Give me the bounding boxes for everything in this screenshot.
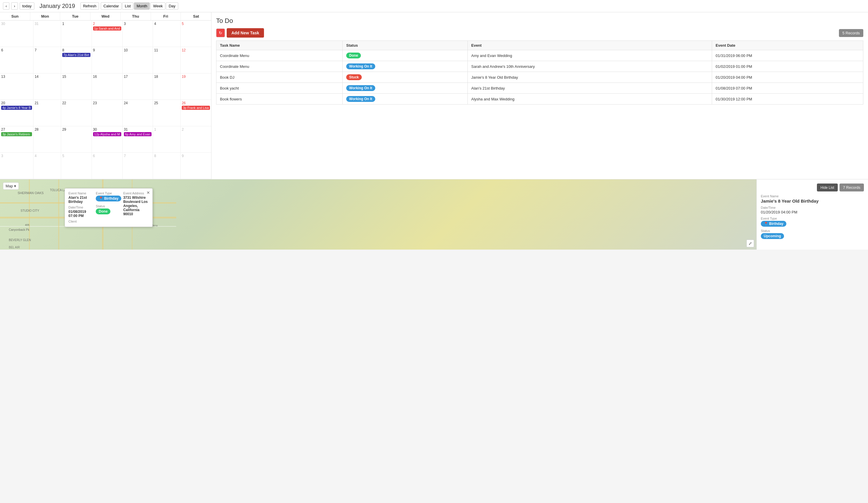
calendar-cell[interactable]: 23 — [92, 100, 123, 126]
calendar-cell[interactable]: 6 — [0, 47, 33, 73]
hide-list-button[interactable]: Hide List — [817, 184, 838, 192]
calendar-event[interactable]: 3p Jason's Retirem — [1, 132, 32, 136]
status-badge: Done — [346, 53, 361, 59]
view-selector: Calendar List Month Week Day — [101, 2, 178, 10]
svg-text:BEL AIR: BEL AIR — [9, 246, 20, 249]
table-row[interactable]: Coordinate MenuDoneAmy and Evan Wedding0… — [216, 50, 863, 61]
map-container: Map ▾ SHERMAN OAKS TOLUCA LAKE Hollywood… — [0, 179, 756, 249]
calendar-view-button[interactable]: Calendar — [101, 2, 122, 10]
calendar-cell[interactable]: 3 — [123, 21, 153, 47]
calendar-cell[interactable]: 1 — [153, 126, 180, 153]
week-view-button[interactable]: Week — [150, 2, 165, 10]
calendar-cell[interactable]: 30 — [0, 21, 33, 47]
calendar-cell[interactable]: 7 — [123, 153, 153, 179]
calendar-cell[interactable]: 16 — [92, 73, 123, 100]
calendar-cell[interactable]: 14 — [33, 73, 61, 100]
calendar-cell[interactable]: 7 — [33, 47, 61, 73]
calendar-day-number: 28 — [35, 127, 60, 132]
calendar-cell[interactable]: 11 — [153, 47, 180, 73]
calendar-day-number: 12 — [182, 48, 210, 52]
calendar-cell[interactable]: 31 — [33, 21, 61, 47]
calendar-cell[interactable]: 2 — [180, 126, 211, 153]
calendar-event[interactable]: 6p Amy and Evan — [124, 132, 152, 136]
map-expand-button[interactable]: ⤢ — [746, 239, 754, 247]
calendar-day-number: 13 — [1, 74, 32, 79]
calendar-cell[interactable]: 13 — [0, 73, 33, 100]
prev-button[interactable]: ‹ — [3, 2, 9, 10]
calendar-cell[interactable]: 22 — [61, 100, 92, 126]
calendar-event[interactable]: 12p Alysha and M — [93, 132, 121, 136]
todo-event-date: 01/20/2019 04:00 PM — [712, 72, 863, 83]
calendar-cell[interactable]: 24 — [123, 100, 153, 126]
todo-column-header: Task Name — [216, 41, 343, 50]
calendar-cell[interactable]: 25 — [153, 100, 180, 126]
calendar-event[interactable]: 4p Jamie's 8 Year B — [1, 106, 32, 110]
table-row[interactable]: Book DJStuckJamie's 8 Year Old Birthday0… — [216, 72, 863, 83]
day-view-button[interactable]: Day — [166, 2, 178, 10]
calendar-event[interactable]: 1p Sarah and And — [93, 27, 121, 31]
next-button[interactable]: › — [11, 2, 18, 10]
refresh-button[interactable]: Refresh — [81, 2, 99, 10]
calendar-cell[interactable]: 263p Frank and Lisa — [180, 100, 211, 126]
list-view-button[interactable]: List — [122, 2, 133, 10]
detail-event-type-label: Event Type — [761, 217, 864, 220]
calendar-cell[interactable]: 3012p Alysha and M — [92, 126, 123, 153]
today-button[interactable]: today — [20, 2, 34, 10]
todo-refresh-button[interactable]: ↻ — [216, 29, 225, 37]
calendar-cell[interactable]: 9 — [92, 47, 123, 73]
calendar-day-number: 3 — [124, 22, 152, 26]
todo-status: Stuck — [343, 72, 468, 83]
svg-text:405: 405 — [25, 224, 29, 226]
calendar-cell[interactable]: 8 — [153, 153, 180, 179]
detail-event-name: Jamie's 8 Year Old Birthday — [761, 198, 864, 204]
month-view-button[interactable]: Month — [134, 2, 150, 10]
calendar-cell[interactable]: 21p Sarah and And — [92, 21, 123, 47]
calendar-cell[interactable]: 3 — [0, 153, 33, 179]
svg-text:STUDIO CITY: STUDIO CITY — [21, 209, 39, 212]
calendar-cell[interactable]: 4 — [33, 153, 61, 179]
add-task-button[interactable]: Add New Task — [227, 28, 264, 38]
map-popup: ✕ Event Name Alan's 21st Birthday Date/T… — [65, 188, 153, 227]
calendar-header-day: Sun — [0, 12, 30, 20]
calendar-event[interactable]: 7p Alan's 21st Birt — [62, 53, 91, 57]
detail-event-type-badge: 📍 Birthday — [761, 221, 786, 227]
calendar-cell[interactable]: 273p Jason's Retirem — [0, 126, 33, 153]
calendar-cell[interactable]: 28 — [33, 126, 61, 153]
map-selector[interactable]: Map ▾ — [3, 182, 19, 190]
calendar-cell[interactable]: 21 — [33, 100, 61, 126]
popup-type-badge: 📍 Birthday — [96, 196, 121, 202]
table-row[interactable]: Book flowersWorking On ItAlysha and Max … — [216, 94, 863, 104]
calendar-cell[interactable]: 1 — [61, 21, 92, 47]
table-row[interactable]: Book yachtWorking On ItAlan's 21st Birth… — [216, 83, 863, 94]
calendar-cell[interactable]: 29 — [61, 126, 92, 153]
calendar-header-day: Thu — [121, 12, 151, 20]
calendar-header-day: Sat — [181, 12, 211, 20]
table-row[interactable]: Coordinate MenuWorking On ItSarah and An… — [216, 61, 863, 72]
calendar-day-number: 7 — [35, 48, 60, 52]
calendar-cell[interactable]: 15 — [61, 73, 92, 100]
map-popup-close-button[interactable]: ✕ — [146, 190, 150, 195]
status-badge: Working On It — [346, 63, 375, 69]
calendar-day-number: 5 — [182, 22, 210, 26]
calendar-cell[interactable]: 12 — [180, 47, 211, 73]
todo-event: Amy and Evan Wedding — [467, 50, 712, 61]
popup-address-value: 3731 Wilshire Boulevard Los Angeles, Cal… — [123, 196, 149, 216]
calendar-cell[interactable]: 5 — [180, 21, 211, 47]
calendar-cell[interactable]: 316p Amy and Evan — [123, 126, 153, 153]
calendar-header-day: Mon — [30, 12, 61, 20]
calendar-cell[interactable]: 87p Alan's 21st Birt — [61, 47, 92, 73]
popup-status-label: Status — [96, 204, 121, 208]
calendar-cell[interactable]: 17 — [123, 73, 153, 100]
calendar-cell[interactable]: 4 — [153, 21, 180, 47]
calendar-cell[interactable]: 6 — [92, 153, 123, 179]
calendar-cell[interactable]: 18 — [153, 73, 180, 100]
calendar-cell[interactable]: 204p Jamie's 8 Year B — [0, 100, 33, 126]
calendar-cell[interactable]: 10 — [123, 47, 153, 73]
calendar-day-number: 20 — [1, 101, 32, 105]
calendar-event[interactable]: 3p Frank and Lisa — [182, 106, 210, 110]
calendar-cell[interactable]: 5 — [61, 153, 92, 179]
calendar-cell[interactable]: 19 — [180, 73, 211, 100]
calendar-cell[interactable]: 9 — [180, 153, 211, 179]
calendar-day-number: 26 — [182, 101, 210, 105]
calendar-day-number: 1 — [62, 22, 91, 26]
